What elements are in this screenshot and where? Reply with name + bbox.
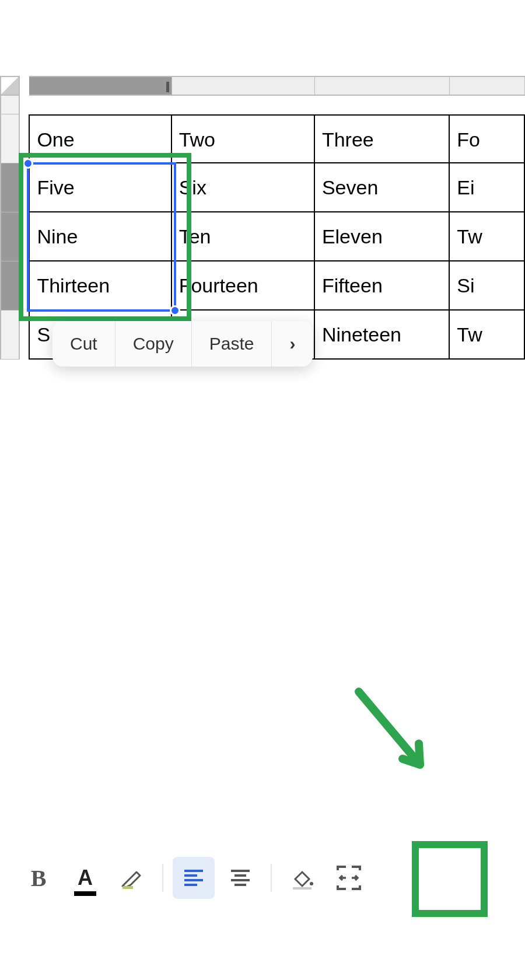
table-row: Nine Ten Eleven Tw (0, 212, 525, 261)
table-row: One Two Three Fo (0, 114, 525, 163)
column-header-c[interactable] (315, 76, 450, 96)
row-header-5[interactable] (0, 311, 20, 360)
text-color-icon: A (78, 866, 93, 890)
cell[interactable]: Fourteen (172, 261, 315, 311)
row-header-4[interactable] (0, 261, 20, 311)
cell[interactable]: One (29, 114, 172, 163)
cell[interactable]: Seven (315, 163, 450, 212)
row-header-2[interactable] (0, 163, 20, 212)
align-left-icon (181, 865, 206, 891)
cell[interactable]: Nineteen (315, 311, 450, 360)
cell[interactable]: Tw (450, 212, 525, 261)
cell[interactable]: Fo (450, 114, 525, 163)
table-row: Thirteen Fourteen Fifteen Si (0, 261, 525, 311)
context-menu-copy[interactable]: Copy (116, 321, 192, 367)
column-header-a[interactable] (29, 76, 172, 96)
fill-color-button[interactable] (281, 857, 323, 899)
cell[interactable]: Six (172, 163, 315, 212)
cell[interactable]: Si (450, 261, 525, 311)
column-headers (0, 76, 525, 96)
cell[interactable]: Three (315, 114, 450, 163)
cell[interactable]: Two (172, 114, 315, 163)
merge-cells-icon (334, 863, 363, 892)
spreadsheet-area: One Two Three Fo Five Six Seven Ei Nine … (0, 76, 525, 360)
text-color-button[interactable]: A (64, 857, 106, 899)
cell[interactable]: Ei (450, 163, 525, 212)
context-menu-more[interactable]: › (272, 321, 313, 367)
svg-rect-10 (293, 887, 312, 890)
highlight-button[interactable] (111, 857, 153, 899)
select-all-corner[interactable] (0, 76, 20, 96)
cell[interactable]: Eleven (315, 212, 450, 261)
highlighter-icon (119, 865, 145, 891)
bold-icon: B (31, 864, 47, 892)
align-left-button[interactable] (173, 857, 215, 899)
context-menu: Cut Copy Paste › (52, 321, 313, 367)
annotation-arrow-icon (350, 683, 443, 788)
formatting-toolbar: B A (0, 852, 525, 904)
merge-cells-button[interactable] (328, 857, 370, 899)
toolbar-separator (271, 864, 272, 892)
cell[interactable]: Nine (29, 212, 172, 261)
paint-bucket-icon (289, 865, 315, 891)
cell[interactable]: Tw (450, 311, 525, 360)
bold-button[interactable]: B (18, 857, 60, 899)
cell[interactable]: Ten (172, 212, 315, 261)
row-header-spacer (0, 96, 20, 114)
svg-point-9 (310, 882, 313, 885)
table-row: Five Six Seven Ei (0, 163, 525, 212)
cell[interactable]: Thirteen (29, 261, 172, 311)
cell[interactable]: Fifteen (315, 261, 450, 311)
row-header-3[interactable] (0, 212, 20, 261)
cell[interactable]: Five (29, 163, 172, 212)
row-header-1[interactable] (0, 114, 20, 163)
column-header-d[interactable] (450, 76, 525, 96)
column-header-b[interactable] (172, 76, 315, 96)
align-center-button[interactable] (219, 857, 261, 899)
svg-rect-0 (123, 886, 133, 889)
context-menu-cut[interactable]: Cut (52, 321, 116, 367)
align-center-icon (228, 865, 253, 891)
context-menu-paste[interactable]: Paste (192, 321, 272, 367)
toolbar-separator (162, 864, 163, 892)
